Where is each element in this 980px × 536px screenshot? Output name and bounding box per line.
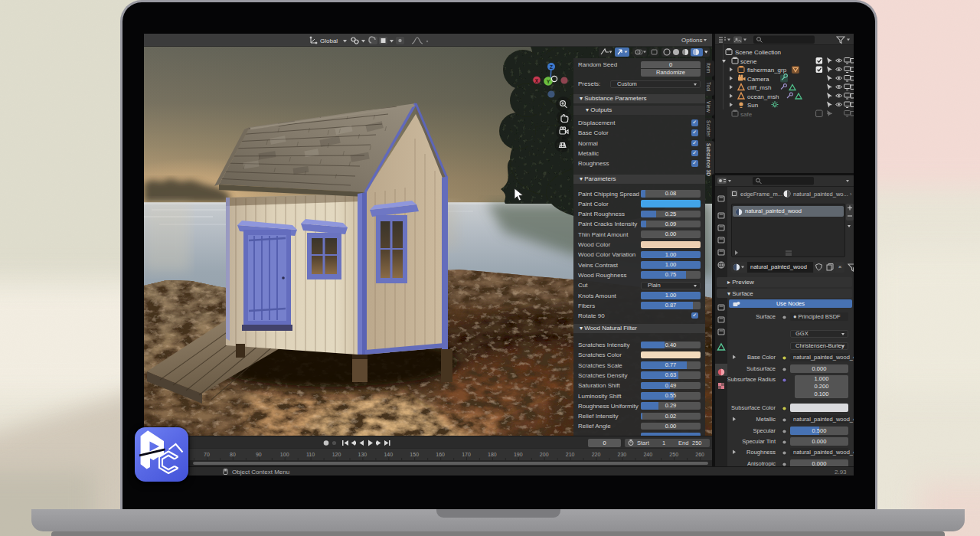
svg-text:110: 110 xyxy=(306,452,315,457)
svg-text:natural_painted_wo...: natural_painted_wo... xyxy=(793,191,848,198)
svg-text:170: 170 xyxy=(462,452,471,457)
svg-text:160: 160 xyxy=(436,452,445,457)
svg-text:90: 90 xyxy=(256,452,262,457)
svg-text:200: 200 xyxy=(540,452,549,457)
svg-text:Y: Y xyxy=(547,79,550,84)
svg-text:X: X xyxy=(535,78,539,83)
svg-text:140: 140 xyxy=(384,452,393,457)
svg-text:scene: scene xyxy=(740,57,757,64)
svg-text:190: 190 xyxy=(514,452,523,457)
svg-text:210: 210 xyxy=(566,452,575,457)
svg-text:100: 100 xyxy=(280,452,289,457)
svg-text:120: 120 xyxy=(332,452,341,457)
svg-text:edgeFrame_m...: edgeFrame_m... xyxy=(740,191,782,198)
svg-text:›: › xyxy=(850,191,852,198)
svg-text:Scene Collection: Scene Collection xyxy=(735,49,781,56)
svg-text:230: 230 xyxy=(618,452,627,457)
svg-text:240: 240 xyxy=(643,452,652,457)
svg-text:130: 130 xyxy=(358,452,368,457)
svg-text:safe: safe xyxy=(740,110,753,117)
svg-text:cliff_msh: cliff_msh xyxy=(747,84,771,91)
svg-text:250: 250 xyxy=(669,452,678,457)
svg-text:Global: Global xyxy=(320,38,338,44)
svg-text:Sun: Sun xyxy=(747,102,758,109)
svg-text:fisherman_grp: fisherman_grp xyxy=(747,67,787,74)
svg-text:Camera: Camera xyxy=(747,75,769,82)
svg-text:180: 180 xyxy=(488,452,497,457)
svg-text:70: 70 xyxy=(204,452,210,457)
svg-text:Z: Z xyxy=(550,64,553,70)
svg-text:150: 150 xyxy=(410,452,419,457)
svg-text:ocean_msh: ocean_msh xyxy=(747,93,779,100)
svg-text:80: 80 xyxy=(230,452,236,457)
svg-text:260: 260 xyxy=(695,452,704,457)
svg-text:220: 220 xyxy=(592,452,601,457)
